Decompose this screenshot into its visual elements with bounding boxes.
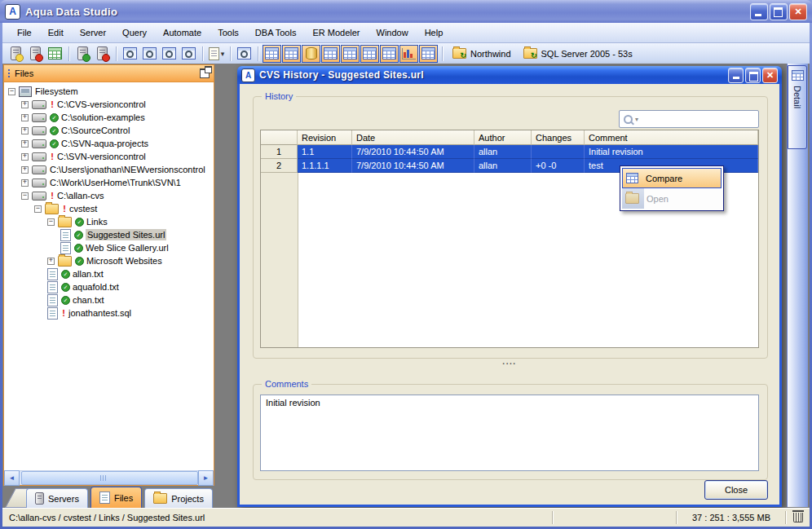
er-diagram-view-toggle[interactable] — [380, 45, 399, 63]
dialog-title-bar[interactable]: A CVS History - Suggested Sites.url — [237, 66, 782, 84]
open-script-button[interactable] — [207, 45, 226, 63]
scrollbar-thumb[interactable] — [21, 471, 198, 485]
tab-servers[interactable]: Servers — [26, 488, 88, 508]
scroll-left-arrow[interactable] — [4, 470, 20, 486]
close-dialog-button[interactable]: Close — [704, 480, 768, 500]
tree-item-selected[interactable]: Suggested Sites.url — [4, 228, 214, 241]
column-header-comment[interactable]: Comment — [585, 130, 758, 145]
register-server-button[interactable] — [7, 45, 25, 63]
maximize-button[interactable] — [770, 3, 788, 20]
menu-dba-tools[interactable]: DBA Tools — [247, 24, 305, 41]
remove-server-button[interactable] — [26, 45, 45, 63]
table-data-button[interactable] — [46, 45, 64, 63]
garbage-collect-button[interactable] — [787, 513, 810, 522]
revision-cell: 1.1 — [298, 145, 352, 159]
tree-item[interactable]: cvstest — [4, 202, 214, 215]
query-window-button[interactable] — [160, 45, 179, 63]
collapse-icon[interactable] — [8, 88, 15, 95]
tree-item[interactable]: C:\CVS-versioncontrol — [4, 98, 214, 111]
tab-projects[interactable]: Projects — [144, 488, 213, 508]
history-row[interactable]: 1 1.1 7/9/2010 10:44:50 AM allan Initial… — [261, 145, 758, 159]
column-header-changes[interactable]: Changes — [532, 130, 585, 145]
expand-icon[interactable] — [21, 153, 29, 161]
folder-sync-icon — [452, 48, 466, 59]
minimize-button[interactable] — [750, 3, 768, 20]
tree-item[interactable]: aquafold.txt — [4, 280, 214, 293]
tree-item[interactable]: C:\Work\UserHome\Trunk\SVN\1 — [4, 176, 214, 189]
details-view-toggle[interactable] — [282, 45, 301, 63]
dialog-close-button[interactable] — [762, 68, 778, 83]
expand-icon[interactable] — [21, 127, 29, 134]
float-panel-icon[interactable] — [200, 68, 210, 78]
expand-icon[interactable] — [21, 166, 29, 174]
column-header-rownum[interactable] — [261, 130, 298, 145]
tree-item[interactable]: C:\SVN-versioncontrol — [4, 150, 214, 163]
scroll-right-arrow[interactable] — [198, 470, 214, 486]
tab-files[interactable]: Files — [90, 487, 142, 508]
search-input[interactable] — [641, 113, 760, 125]
er-diagram-icon — [382, 47, 396, 60]
tree-item[interactable]: Web Slice Gallery.url — [4, 241, 214, 254]
table-view-toggle[interactable] — [321, 45, 340, 63]
history-search[interactable] — [619, 110, 759, 128]
database-view-toggle[interactable] — [302, 45, 320, 63]
connect-server-button[interactable] — [73, 45, 92, 63]
files-panel-header[interactable]: Files — [4, 65, 214, 82]
tree-item[interactable]: C:\SVN-aqua-projects — [4, 137, 214, 150]
status-bar: C:\allan-cvs / cvstest / Links / Suggest… — [2, 508, 810, 527]
menu-automate[interactable]: Automate — [155, 24, 210, 41]
expand-icon[interactable] — [47, 258, 55, 265]
menu-tools[interactable]: Tools — [210, 24, 247, 41]
schedule-view-toggle[interactable] — [341, 45, 360, 63]
tree-item[interactable]: C:\Users\jonathan\NEWversionscontrol — [4, 163, 214, 176]
close-button[interactable] — [789, 3, 807, 20]
schema-browser-button[interactable] — [235, 45, 254, 63]
edit-results-button[interactable] — [179, 45, 198, 63]
list-view-toggle[interactable] — [360, 45, 379, 63]
author-cell: allan — [474, 145, 532, 159]
tree-item[interactable]: Microsoft Websites — [4, 254, 214, 267]
collapse-icon[interactable] — [21, 192, 29, 200]
column-header-author[interactable]: Author — [474, 130, 532, 145]
chart-view-toggle[interactable] — [399, 45, 418, 63]
menu-edit[interactable]: Edit — [40, 24, 72, 41]
menu-er-modeler[interactable]: ER Modeler — [304, 24, 368, 41]
expand-icon[interactable] — [21, 101, 29, 108]
menu-window[interactable]: Window — [368, 24, 417, 41]
expand-icon[interactable] — [21, 179, 29, 187]
tree-item[interactable]: chan.txt — [4, 293, 214, 306]
tree-item[interactable]: C:\allan-cvs — [4, 189, 214, 202]
expand-icon[interactable] — [21, 114, 29, 121]
comments-text-area[interactable]: Initial revision — [260, 395, 759, 471]
dialog-minimize-button[interactable] — [728, 68, 744, 83]
query-analyzer-button[interactable] — [121, 45, 139, 63]
toolbar: Northwind SQL Server 2005 - 53s — [2, 43, 810, 64]
menu-server[interactable]: Server — [72, 24, 114, 41]
tree-item[interactable]: Links — [4, 215, 214, 228]
expand-icon[interactable] — [21, 140, 29, 148]
query-browser-button[interactable] — [140, 45, 159, 63]
collapse-icon[interactable] — [47, 218, 55, 226]
dialog-maximize-button[interactable] — [745, 68, 761, 83]
column-header-revision[interactable]: Revision — [298, 130, 352, 145]
horizontal-scrollbar[interactable] — [4, 470, 214, 485]
tree-item[interactable]: C:\solution-examples — [4, 111, 214, 124]
column-header-date[interactable]: Date — [352, 130, 474, 145]
tree-item[interactable]: C:\SourceControl — [4, 124, 214, 137]
collapse-icon[interactable] — [34, 205, 42, 213]
tree-item[interactable]: allan.txt — [4, 267, 214, 280]
tab-detail[interactable]: Detail — [788, 65, 807, 149]
search-dropdown-icon[interactable] — [635, 116, 638, 123]
menu-help[interactable]: Help — [417, 24, 452, 41]
disconnect-server-button[interactable] — [93, 45, 112, 63]
menu-file[interactable]: File — [9, 24, 40, 41]
connection-northwind[interactable]: Northwind — [447, 48, 517, 59]
tree-item[interactable]: jonathantest.sql — [4, 306, 214, 320]
results-view-toggle[interactable] — [419, 45, 438, 63]
grid-view-toggle[interactable] — [263, 45, 281, 63]
connection-sql-server[interactable]: SQL Server 2005 - 53s — [518, 48, 638, 59]
menu-query[interactable]: Query — [114, 24, 155, 41]
context-menu-compare[interactable]: Compare — [622, 168, 722, 188]
splitter-grip[interactable] — [240, 361, 779, 369]
tree-item[interactable]: Filesystem — [4, 85, 214, 98]
